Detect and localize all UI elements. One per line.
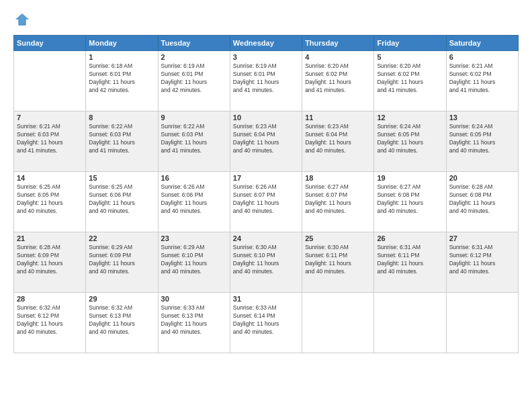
calendar-cell: 23Sunrise: 6:29 AM Sunset: 6:10 PM Dayli… [158,232,230,293]
day-number: 2 [161,53,227,61]
day-number: 6 [449,53,515,61]
day-info: Sunrise: 6:33 AM Sunset: 6:14 PM Dayligh… [233,304,299,336]
day-info: Sunrise: 6:22 AM Sunset: 6:03 PM Dayligh… [89,123,154,155]
logo-icon [15,12,30,27]
day-info: Sunrise: 6:24 AM Sunset: 6:05 PM Dayligh… [449,123,515,155]
day-info: Sunrise: 6:29 AM Sunset: 6:10 PM Dayligh… [161,244,227,276]
day-info: Sunrise: 6:23 AM Sunset: 6:04 PM Dayligh… [305,123,371,155]
calendar-cell: 29Sunrise: 6:32 AM Sunset: 6:13 PM Dayli… [86,293,158,353]
calendar-cell: 13Sunrise: 6:24 AM Sunset: 6:05 PM Dayli… [446,111,518,172]
calendar-week-row: 28Sunrise: 6:32 AM Sunset: 6:12 PM Dayli… [14,293,519,353]
day-info: Sunrise: 6:26 AM Sunset: 6:06 PM Dayligh… [161,183,227,216]
calendar-cell: 28Sunrise: 6:32 AM Sunset: 6:12 PM Dayli… [14,293,86,353]
day-info: Sunrise: 6:30 AM Sunset: 6:10 PM Dayligh… [233,244,299,276]
day-info: Sunrise: 6:19 AM Sunset: 6:01 PM Dayligh… [161,62,227,95]
day-info: Sunrise: 6:21 AM Sunset: 6:02 PM Dayligh… [449,62,515,95]
calendar-cell: 1Sunrise: 6:18 AM Sunset: 6:01 PM Daylig… [86,51,158,111]
day-info: Sunrise: 6:19 AM Sunset: 6:01 PM Dayligh… [233,62,299,95]
calendar-table: SundayMondayTuesdayWednesdayThursdayFrid… [13,35,519,353]
calendar-cell: 16Sunrise: 6:26 AM Sunset: 6:06 PM Dayli… [158,172,230,232]
day-info: Sunrise: 6:23 AM Sunset: 6:04 PM Dayligh… [233,123,299,155]
day-info: Sunrise: 6:25 AM Sunset: 6:05 PM Dayligh… [17,183,83,216]
day-number: 1 [89,53,154,61]
calendar-cell: 27Sunrise: 6:31 AM Sunset: 6:12 PM Dayli… [446,232,518,293]
day-info: Sunrise: 6:27 AM Sunset: 6:08 PM Dayligh… [377,183,443,216]
day-number: 29 [89,295,154,303]
day-number: 15 [89,174,154,182]
calendar-cell: 11Sunrise: 6:23 AM Sunset: 6:04 PM Dayli… [302,111,374,172]
calendar-cell: 6Sunrise: 6:21 AM Sunset: 6:02 PM Daylig… [446,51,518,111]
calendar-week-row: 14Sunrise: 6:25 AM Sunset: 6:05 PM Dayli… [14,172,519,232]
day-number: 9 [161,113,227,122]
day-info: Sunrise: 6:28 AM Sunset: 6:08 PM Dayligh… [449,183,515,216]
calendar-cell: 15Sunrise: 6:25 AM Sunset: 6:06 PM Dayli… [86,172,158,232]
day-info: Sunrise: 6:28 AM Sunset: 6:09 PM Dayligh… [17,244,83,276]
day-number: 16 [161,174,227,182]
day-number: 5 [377,53,443,61]
day-number: 23 [161,234,227,242]
day-number: 30 [161,295,227,303]
day-info: Sunrise: 6:27 AM Sunset: 6:07 PM Dayligh… [305,183,371,216]
calendar-cell: 24Sunrise: 6:30 AM Sunset: 6:10 PM Dayli… [230,232,302,293]
calendar-cell: 12Sunrise: 6:24 AM Sunset: 6:05 PM Dayli… [374,111,446,172]
day-info: Sunrise: 6:21 AM Sunset: 6:03 PM Dayligh… [17,123,83,155]
calendar-cell: 2Sunrise: 6:19 AM Sunset: 6:01 PM Daylig… [158,51,230,111]
calendar-cell: 25Sunrise: 6:30 AM Sunset: 6:11 PM Dayli… [302,232,374,293]
col-header-monday: Monday [86,36,158,51]
day-number: 18 [305,174,371,182]
day-number: 27 [449,234,515,242]
calendar-cell: 17Sunrise: 6:26 AM Sunset: 6:07 PM Dayli… [230,172,302,232]
calendar-cell [374,293,446,353]
calendar-cell: 5Sunrise: 6:20 AM Sunset: 6:02 PM Daylig… [374,51,446,111]
day-info: Sunrise: 6:20 AM Sunset: 6:02 PM Dayligh… [377,62,443,95]
day-number: 4 [305,53,371,61]
day-number: 14 [17,174,83,182]
calendar-cell: 8Sunrise: 6:22 AM Sunset: 6:03 PM Daylig… [86,111,158,172]
day-number: 10 [233,113,299,122]
calendar-cell: 31Sunrise: 6:33 AM Sunset: 6:14 PM Dayli… [230,293,302,353]
calendar-week-row: 7Sunrise: 6:21 AM Sunset: 6:03 PM Daylig… [14,111,519,172]
calendar-cell: 3Sunrise: 6:19 AM Sunset: 6:01 PM Daylig… [230,51,302,111]
day-number: 25 [305,234,371,242]
calendar-cell [302,293,374,353]
col-header-sunday: Sunday [14,36,86,51]
col-header-thursday: Thursday [302,36,374,51]
calendar-cell: 19Sunrise: 6:27 AM Sunset: 6:08 PM Dayli… [374,172,446,232]
col-header-tuesday: Tuesday [158,36,230,51]
day-info: Sunrise: 6:33 AM Sunset: 6:13 PM Dayligh… [161,304,227,336]
day-info: Sunrise: 6:22 AM Sunset: 6:03 PM Dayligh… [161,123,227,155]
calendar-cell: 7Sunrise: 6:21 AM Sunset: 6:03 PM Daylig… [14,111,86,172]
page: SundayMondayTuesdayWednesdayThursdayFrid… [0,0,532,411]
calendar-cell [14,51,86,111]
calendar-cell: 14Sunrise: 6:25 AM Sunset: 6:05 PM Dayli… [14,172,86,232]
day-number: 20 [449,174,515,182]
calendar-week-row: 1Sunrise: 6:18 AM Sunset: 6:01 PM Daylig… [14,51,519,111]
day-info: Sunrise: 6:26 AM Sunset: 6:07 PM Dayligh… [233,183,299,216]
col-header-wednesday: Wednesday [230,36,302,51]
day-number: 22 [89,234,154,242]
logo [13,12,31,30]
calendar-cell: 22Sunrise: 6:29 AM Sunset: 6:09 PM Dayli… [86,232,158,293]
day-number: 3 [233,53,299,61]
svg-marker-1 [15,13,29,25]
col-header-friday: Friday [374,36,446,51]
day-number: 28 [17,295,83,303]
day-number: 17 [233,174,299,182]
calendar-header-row: SundayMondayTuesdayWednesdayThursdayFrid… [14,36,519,51]
day-info: Sunrise: 6:31 AM Sunset: 6:11 PM Dayligh… [377,244,443,276]
day-info: Sunrise: 6:20 AM Sunset: 6:02 PM Dayligh… [305,62,371,95]
header [13,12,519,30]
day-number: 26 [377,234,443,242]
day-number: 31 [233,295,299,303]
day-number: 11 [305,113,371,122]
calendar-cell: 10Sunrise: 6:23 AM Sunset: 6:04 PM Dayli… [230,111,302,172]
day-number: 8 [89,113,154,122]
col-header-saturday: Saturday [446,36,518,51]
day-info: Sunrise: 6:31 AM Sunset: 6:12 PM Dayligh… [449,244,515,276]
day-info: Sunrise: 6:18 AM Sunset: 6:01 PM Dayligh… [89,62,154,95]
day-number: 21 [17,234,83,242]
calendar-cell: 18Sunrise: 6:27 AM Sunset: 6:07 PM Dayli… [302,172,374,232]
day-number: 7 [17,113,83,122]
day-info: Sunrise: 6:32 AM Sunset: 6:12 PM Dayligh… [17,304,83,336]
day-info: Sunrise: 6:29 AM Sunset: 6:09 PM Dayligh… [89,244,154,276]
